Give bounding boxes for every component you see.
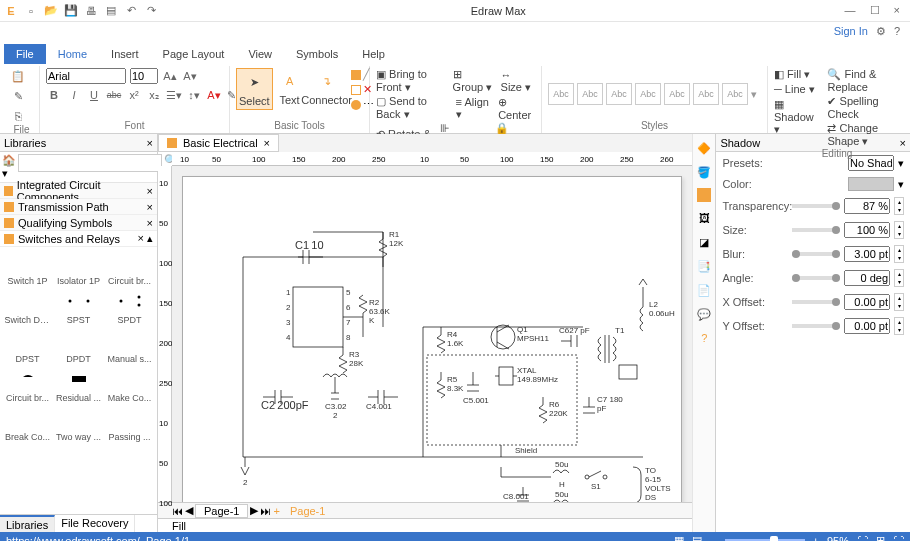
style-preset-2[interactable]: Abc <box>577 83 603 105</box>
minimize-button[interactable]: — <box>845 4 856 17</box>
page-prev-icon[interactable]: ◀ <box>185 504 193 517</box>
redo-icon[interactable]: ↷ <box>144 4 158 18</box>
blur-input[interactable] <box>844 246 890 262</box>
grow-font-icon[interactable]: A▴ <box>162 68 178 84</box>
status-view2-icon[interactable]: ▤ <box>692 534 702 541</box>
doc-tab-close-icon[interactable]: × <box>264 137 270 149</box>
symbol-dpdt[interactable]: DPDT <box>56 327 102 364</box>
qf-help-icon[interactable]: ? <box>696 330 712 346</box>
help-icon[interactable]: ? <box>894 25 900 37</box>
shape-line-icon[interactable]: ╱ <box>363 68 370 81</box>
style-preset-3[interactable]: Abc <box>606 83 632 105</box>
bold-button[interactable]: B <box>46 87 62 103</box>
blur-slider[interactable] <box>792 252 840 256</box>
qf-comment-icon[interactable]: 💬 <box>696 306 712 322</box>
symbol-passing[interactable]: Passing ... <box>107 405 153 442</box>
shape-circle-icon[interactable] <box>351 100 361 110</box>
tab-page-layout[interactable]: Page Layout <box>151 44 237 64</box>
fill-button[interactable]: ◧ Fill ▾ <box>774 68 821 81</box>
undo-icon[interactable]: ↶ <box>124 4 138 18</box>
status-full-icon[interactable]: ⛶ <box>893 535 904 542</box>
library-home-icon[interactable]: 🏠▾ <box>2 154 16 180</box>
zoom-out-icon[interactable]: − <box>710 535 716 542</box>
page-tab-2[interactable]: Page-1 <box>282 505 333 517</box>
italic-button[interactable]: I <box>66 87 82 103</box>
center-button[interactable]: ⊕ Center <box>498 96 535 121</box>
symbol-spdt[interactable]: SPDT <box>107 288 153 325</box>
shape-square-icon[interactable] <box>351 70 361 80</box>
bring-front-button[interactable]: ▣ Bring to Front ▾ <box>376 68 445 94</box>
lib-cat-3[interactable]: Switches and Relays× ▴ <box>0 231 157 247</box>
libtab-libraries[interactable]: Libraries <box>0 515 55 532</box>
sign-in-link[interactable]: Sign In <box>834 25 868 37</box>
align-button[interactable]: ≡ Align ▾ <box>456 96 491 121</box>
select-button[interactable]: ➤ Select <box>236 68 273 110</box>
symbol-residual[interactable]: Residual ... <box>56 366 102 403</box>
transparency-slider[interactable] <box>792 204 840 208</box>
page-first-icon[interactable]: ⏮ <box>172 505 183 517</box>
line-spacing-icon[interactable]: ↕▾ <box>186 87 202 103</box>
tab-symbols[interactable]: Symbols <box>284 44 350 64</box>
clipboard-icon[interactable]: ⎘ <box>10 108 26 124</box>
open-icon[interactable]: 📂 <box>44 4 58 18</box>
symbol-break-co[interactable]: Break Co... <box>5 405 51 442</box>
qf-picture-icon[interactable]: 🖼 <box>696 210 712 226</box>
style-preset-4[interactable]: Abc <box>635 83 661 105</box>
new-file-icon[interactable]: ▫ <box>24 4 38 18</box>
maximize-button[interactable]: ☐ <box>870 4 880 17</box>
zoom-in-icon[interactable]: + <box>813 535 819 542</box>
shadow-close-icon[interactable]: × <box>900 137 906 149</box>
underline-button[interactable]: U <box>86 87 102 103</box>
shadow-color-picker[interactable] <box>848 177 894 191</box>
file-tab[interactable]: File <box>4 44 46 64</box>
symbol-manual[interactable]: Manual s... <box>107 327 153 364</box>
lib-cat-1[interactable]: Transmission Path× <box>0 199 157 215</box>
connector-button[interactable]: ↴ Connector <box>307 68 347 108</box>
qf-swatch-icon[interactable] <box>697 188 711 202</box>
transparency-input[interactable] <box>844 198 890 214</box>
xoffset-slider[interactable] <box>792 300 840 304</box>
symbol-isolator-1p[interactable]: Isolator 1P <box>56 249 102 286</box>
status-grid-icon[interactable]: ⊞ <box>876 534 885 541</box>
size-slider[interactable] <box>792 228 840 232</box>
qf-fill-icon[interactable]: 🪣 <box>696 164 712 180</box>
change-shape-button[interactable]: ⇄ Change Shape ▾ <box>827 122 900 148</box>
symbol-spst[interactable]: SPST <box>56 288 102 325</box>
style-preset-6[interactable]: Abc <box>693 83 719 105</box>
yoffset-slider[interactable] <box>792 324 840 328</box>
strike-button[interactable]: abc <box>106 87 122 103</box>
lib-cat-2[interactable]: Qualifying Symbols× <box>0 215 157 231</box>
shadow-button[interactable]: ▦ Shadow ▾ <box>774 98 821 136</box>
angle-slider[interactable] <box>792 276 840 280</box>
yoffset-input[interactable] <box>844 318 890 334</box>
angle-input[interactable] <box>844 270 890 286</box>
canvas[interactable]: 1234 5678 C1 10 R112K R263.6KK R328K <box>172 166 692 502</box>
libtab-recovery[interactable]: File Recovery <box>55 515 135 532</box>
library-search-input[interactable] <box>18 154 162 172</box>
send-back-button[interactable]: ▢ Send to Back ▾ <box>376 95 448 121</box>
libraries-close-icon[interactable]: × <box>147 137 153 149</box>
paste-icon[interactable]: 📋 <box>10 68 26 84</box>
document-tab[interactable]: Basic Electrical × <box>158 134 279 152</box>
gear-icon[interactable]: ⚙ <box>876 25 886 38</box>
symbol-make-co[interactable]: Make Co... <box>107 366 153 403</box>
symbol-circuit-br-1[interactable]: Circuit br... <box>5 366 51 403</box>
page-next-icon[interactable]: ▶ <box>250 504 258 517</box>
group-button[interactable]: ⊞ Group ▾ <box>453 68 493 94</box>
page-add-icon[interactable]: + <box>273 505 279 517</box>
font-size-input[interactable] <box>130 68 158 84</box>
bullets-icon[interactable]: ☰▾ <box>166 87 182 103</box>
styles-more-icon[interactable]: ▾ <box>751 88 757 101</box>
symbol-switch-dis[interactable]: Switch Dis... <box>5 288 51 325</box>
status-view1-icon[interactable]: ▦ <box>674 534 684 541</box>
save-icon[interactable]: 💾 <box>64 4 78 18</box>
status-fit-icon[interactable]: ⛶ <box>857 535 868 542</box>
status-url[interactable]: https://www.edrawsoft.com/ <box>6 535 140 542</box>
qf-layers-icon[interactable]: 📑 <box>696 258 712 274</box>
qf-shadow-icon[interactable]: ◪ <box>696 234 712 250</box>
shape-rect-icon[interactable] <box>351 85 361 95</box>
print-icon[interactable]: 🖶 <box>84 4 98 18</box>
symbol-dpst[interactable]: DPST <box>5 327 51 364</box>
size-input[interactable] <box>844 222 890 238</box>
qf-theme-icon[interactable]: 🔶 <box>696 140 712 156</box>
